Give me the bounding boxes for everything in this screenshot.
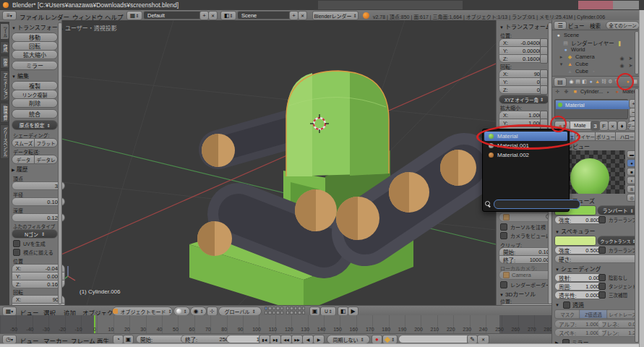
shading-header[interactable]: ▼シェーディング [555,265,601,273]
transparency-header[interactable]: ▼透過 [555,301,584,309]
render-engine-select[interactable]: Blenderレンダー⇕ [312,11,359,20]
transparency-tab-ztransp[interactable]: Z値透過 [579,309,608,319]
outliner-row-cube[interactable]: ▾▲Cube [558,61,588,67]
tab-modifiers-icon[interactable]: ⚙ [607,78,614,85]
layers-grid-1[interactable] [265,307,283,314]
join-button[interactable]: 統合 [12,109,58,119]
scene-icon[interactable]: ◧⇕ [220,11,236,20]
viewport-3d[interactable] [61,20,496,305]
op-genuv-checkbox[interactable]: UVを生成 [13,240,46,247]
screen-layout-icon[interactable]: ▦⇕ [126,11,142,20]
op-align-checkbox[interactable]: 視点に揃える [13,249,53,256]
shelf-tab-create[interactable]: 作成 [0,41,9,54]
cubic-checkbox[interactable]: 三次補間 [598,291,627,299]
translucency-slider[interactable]: 透光性:0.000 [554,291,604,299]
op-loc-z[interactable]: Z:0.160 [12,280,65,288]
layout-close-button[interactable]: ✕ [208,11,218,20]
editor-type-info-icon[interactable]: ≡▾ [2,11,17,20]
np-3dcursor-header[interactable]: ▼3Dカーソル [499,290,536,298]
material-slot-active[interactable]: Material [556,100,630,109]
shelf-tab-physics[interactable]: 物理演算 [0,103,9,123]
diffuse-ramp-checkbox[interactable]: カラーランプ [598,216,637,223]
popup-item-material-001[interactable]: Material.001 [484,141,567,150]
breadcrumb-object[interactable]: Cylinder... [580,89,603,94]
shelf-transform-header[interactable]: ▼トランスフォーム [12,23,64,31]
keying-set-field[interactable] [398,335,473,343]
tab-data-icon[interactable]: ▽ [614,78,620,85]
shelf-tab-grease[interactable]: グリースペンシル [0,124,9,159]
set-origin-dropdown[interactable]: 原点を設定⇕ [12,120,58,130]
history-header[interactable]: ▶履歴 [12,165,28,173]
tab-wire[interactable]: ワイヤー [575,132,596,141]
diffuse-intensity-slider[interactable]: 強度:0.800 [554,215,604,224]
layout-name-field[interactable]: Default [143,11,207,20]
tab-material-icon[interactable]: ● [624,78,631,85]
emit-slider[interactable]: 放射:0.00 [554,273,604,282]
tool-shelf-scrollbar[interactable] [58,22,62,304]
shelf-tab-relations[interactable]: 関係 [0,56,9,69]
mirror-button[interactable]: ミラー [12,61,58,70]
tab-constraints-icon[interactable]: ⛓ [601,78,607,85]
np-loc-z-lock-icon[interactable] [540,54,548,64]
outliner-row-world[interactable]: ●World [562,46,585,53]
np-local-camera-field[interactable]: Camera✕ [499,270,552,280]
transparency-tab-mask[interactable]: マスク [554,309,580,319]
tab-render-icon[interactable]: ◉ [568,78,575,85]
np-rotation-mode-dropdown[interactable]: XYZ オイラー角⇕ [499,95,549,104]
ambient-slider[interactable]: 周囲:1.000 [554,282,604,291]
timeline-ruler[interactable]: -50-40-30-20-100102030405060708090100110… [0,315,551,333]
delete-button[interactable]: 削除 [12,98,58,108]
outliner-row-scene[interactable]: ●Scene [555,32,579,38]
smooth-button[interactable]: スムーズ [12,138,35,147]
alpha-slider[interactable]: アルフ:1.000 [554,320,604,328]
specular-ramp-checkbox[interactable]: カラーランプ [598,247,637,254]
specular-color-swatch[interactable] [554,236,596,246]
popup-item-material[interactable]: Material [484,132,567,141]
tab-scene-icon[interactable]: ◧ [581,78,588,85]
shelf-tab-animation[interactable]: アニメーション [0,70,9,101]
tab-volume[interactable]: ボリュー [595,132,617,141]
pin-id-icon[interactable]: ♦ [617,121,627,131]
editor-type-outliner-icon[interactable]: ☰ [554,21,567,30]
specular-header[interactable]: ▼スペキュラー [555,227,595,235]
np-rot-z-lock-icon[interactable] [540,85,548,95]
tab-render-layers-icon[interactable]: ▤ [575,78,581,85]
unlink-material-button[interactable]: ✕ [608,121,617,131]
popup-search-input[interactable] [494,200,580,209]
op-vertices-field[interactable]: 32 [12,181,65,190]
outliner-display-dropdown[interactable]: 全てのシーン [606,21,640,30]
np-render-border-checkbox[interactable]: レンダーボーダー [500,281,551,288]
flat-button[interactable]: フラット [34,138,58,147]
specular-shader-dropdown[interactable]: クックトランス⇕ [597,236,639,246]
frame-end-field[interactable]: 終了:250 [181,335,233,343]
pin-icon[interactable]: ✛ [554,88,561,95]
np-lock-cursor-checkbox[interactable]: カーソルを注視 [500,223,546,231]
op-depth-field[interactable]: 0.120 [12,213,65,222]
transparency-checkbox[interactable] [563,301,570,309]
hardness-slider[interactable]: 硬さ:50 [554,254,644,263]
popup-item-material-002[interactable]: Material.002 [484,150,567,160]
scale-button[interactable]: 拡大縮小 [12,50,58,59]
shelf-tab-tools[interactable]: ツール [0,23,9,40]
shadeless-checkbox[interactable]: 陰影なし [598,274,627,281]
nodes-icon[interactable]: ❉ [563,88,570,95]
spec-alpha-slider[interactable]: スペキ:1.000 [554,328,604,337]
tab-world-icon[interactable]: ● [588,78,594,85]
np-clip-end[interactable]: 終了:1000.000 [499,255,552,264]
tab-texture-icon[interactable]: ▦ [632,78,638,85]
outliner-row-camera[interactable]: ▸◆Camera [558,53,595,60]
shelf-edit-header[interactable]: ▼編集 [12,72,29,80]
editor-type-properties-icon[interactable]: ▤ [554,77,567,87]
outliner-view-menu[interactable]: ビュー [568,22,585,30]
diffuse-shader-dropdown[interactable]: ランバート⇕ [597,205,639,215]
collapse-icon[interactable]: ▾ [558,61,564,67]
tab-object-icon[interactable]: ▲ [594,78,601,85]
np-lock-camera-checkbox[interactable]: カメラをビューにロ... [500,232,552,239]
specular-intensity-slider[interactable]: 強度:0.500 [554,246,604,254]
data-button[interactable]: データ [12,155,35,164]
scene-name-field[interactable]: Scene [237,11,296,20]
outliner-row-cube-data[interactable]: ▲Cube◦ [567,68,597,74]
expand-icon[interactable]: ▸ [558,53,564,60]
data-layout-button[interactable]: データレ [34,155,58,164]
op-capfill-dropdown[interactable]: Nゴン⇕ [12,229,58,239]
